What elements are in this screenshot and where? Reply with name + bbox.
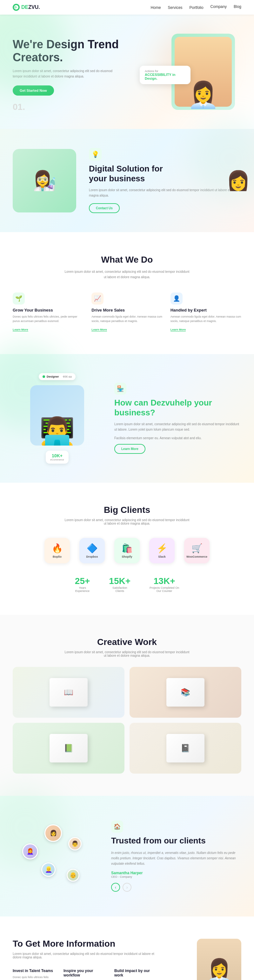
digital-icon: 💡 <box>89 148 102 161</box>
nav-item-portfolio[interactable]: Portfolio <box>189 5 203 10</box>
stat-years-num: 25+ <box>75 576 90 586</box>
portfolio-book-3: 📗 <box>49 734 87 762</box>
slack-icon: ⚡ <box>157 543 168 554</box>
quote-dot-1[interactable]: ‹ <box>111 883 120 892</box>
info-visual: 👩‍💼 <box>168 939 241 980</box>
slack-name: Slack <box>158 555 166 558</box>
dropbox-icon: 🔷 <box>87 543 98 554</box>
woocommerce-name: WooCommerce <box>186 555 207 558</box>
service-card-grow: 🌱 Grow Your Business Donec quis felis ul… <box>13 293 84 332</box>
creative-title: Creative Work <box>13 637 241 647</box>
avatar-3: 👱‍♀️ <box>41 862 56 877</box>
learn-more-expert[interactable]: Learn More <box>170 328 186 331</box>
digital-section: 👩‍🔬 💡 Digital Solution for your business… <box>0 129 254 232</box>
stat-clients-label1: Satisfaction <box>109 586 130 589</box>
client-slack: ⚡ Slack <box>149 538 175 563</box>
dezvu-icon: 🏪 <box>114 383 126 395</box>
hero-desc: Lorem ipsum dolor sit amet, consectetur … <box>13 68 121 79</box>
hero-card-small-text: Actions for <box>145 70 186 73</box>
reviewer-title: CEO - Company <box>111 875 241 878</box>
portfolio-item-1: 📖 <box>13 667 124 718</box>
dezvu-content: 🏪 How can Dezvuhelp your business? Lorem… <box>114 383 241 454</box>
reviewer-name: Samantha Harper <box>111 871 241 875</box>
service-title-sales: Drive More Sales <box>91 308 162 312</box>
dezvu-person-image: 👨‍💻 <box>30 385 84 445</box>
info-section: To Get More Information Lorem ipsum dolo… <box>0 916 254 980</box>
client-woocommerce: 🛒 WooCommerce <box>184 538 210 563</box>
service-card-sales: 📈 Drive More Sales Aenean commodo ligula… <box>91 293 162 332</box>
info-title: To Get More Information <box>13 939 159 949</box>
boplio-icon: 🔥 <box>52 543 63 554</box>
dezvu-badge: Designer €€€-aa <box>39 373 76 380</box>
avatar-4: 👴 <box>67 869 79 881</box>
clients-section: Big Clients Lorem ipsum dolor sit amet, … <box>0 483 254 615</box>
learn-more-sales[interactable]: Learn More <box>91 328 107 331</box>
dezvu-stat-num: 10K+ <box>50 453 64 458</box>
quote-navigation: ‹ › <box>111 883 241 892</box>
badge-green-dot <box>43 375 45 378</box>
info-card-workflow-title: Inspire you your workflow <box>64 969 108 977</box>
portfolio-grid: 📖 📚 📗 📓 <box>13 667 241 773</box>
nav-item-company[interactable]: Company <box>211 5 227 10</box>
nav-item-home[interactable]: Home <box>151 5 161 10</box>
logo[interactable]: D DEZVU. <box>13 4 40 11</box>
portfolio-book-icon-4: 📓 <box>181 744 190 752</box>
hero-cta-button[interactable]: Get Started Now <box>13 86 54 95</box>
dezvu-stat-pill: 10K+ eCommerce <box>46 450 68 464</box>
portfolio-book-4: 📓 <box>167 734 205 762</box>
nav-item-blog[interactable]: Blog <box>234 5 241 10</box>
dezvu-text2: Facilisis elementum semper eu. Aenean vu… <box>114 435 241 441</box>
trusted-section: 👩 👩‍🦰 👱‍♀️ 👴 👨 🏠 Trusted from our client… <box>0 796 254 916</box>
clients-logos: 🔥 Boplio 🔷 Dropbox 🛍️ Shopify ⚡ Slack 🛒 … <box>13 538 241 563</box>
dezvu-cta-button[interactable]: Learn More <box>114 444 145 454</box>
digital-cta-button[interactable]: Contact Us <box>89 203 120 213</box>
hero-card-title: ACCESSIBILITY in Design. <box>145 73 186 80</box>
trusted-content: 🏠 Trusted from our clients In enim justo… <box>111 821 241 892</box>
portfolio-book-icon-3: 📗 <box>64 744 73 752</box>
avatar-2: 👩‍🦰 <box>22 843 38 859</box>
avatar-cluster: 👩 👩‍🦰 👱‍♀️ 👴 👨 <box>13 818 95 894</box>
creative-desc: Lorem ipsum dolor sit amet, consectetur … <box>64 651 190 657</box>
client-dropbox: 🔷 Dropbox <box>79 538 105 563</box>
hero-visual: 👩‍💼 Actions for ACCESSIBILITY in Design. <box>140 33 241 116</box>
info-card-talent-title: Invest in Talent Teams <box>13 969 57 973</box>
logo-icon: D <box>13 4 20 11</box>
navbar: D DEZVU. Home Services Portfolio Company… <box>0 0 254 14</box>
avatar-5: 👨 <box>68 837 82 850</box>
portfolio-book-icon-1: 📖 <box>64 688 73 697</box>
quote-dot-2[interactable]: › <box>122 883 132 892</box>
digital-image: 👩‍🔬 <box>13 149 76 212</box>
client-boplio: 🔥 Boplio <box>44 538 70 563</box>
service-icon-grow: 🌱 <box>13 293 25 305</box>
portfolio-item-3: 📗 <box>13 723 124 773</box>
creative-section: Creative Work Lorem ipsum dolor sit amet… <box>0 615 254 796</box>
portfolio-item-4: 📓 <box>130 723 241 773</box>
service-text-sales: Aenean commodo ligula eget dolor. Aenean… <box>91 314 162 324</box>
portfolio-item-2: 📚 <box>130 667 241 718</box>
portfolio-book-2: 📚 <box>167 678 205 706</box>
info-person-image: 👩‍💼 <box>197 939 241 980</box>
avatar-1: 👩 <box>44 824 62 842</box>
info-card-workflow: Inspire you your workflow Aenean commodo… <box>64 969 108 980</box>
stat-years-label1: Years <box>75 586 90 589</box>
logo-text: DEZVU. <box>21 5 40 10</box>
stat-years: 25+ Years Experience <box>75 576 90 593</box>
service-title-grow: Grow Your Business <box>13 308 84 312</box>
portfolio-book-1: 📖 <box>49 678 87 706</box>
hero-number: 01. <box>13 102 121 112</box>
stat-clients-label2: Clients <box>109 589 130 593</box>
hero-title: We're Design Trend Creators. <box>13 38 121 64</box>
service-text-grow: Donec quis felis ultrices felis ultricie… <box>13 314 84 324</box>
clients-desc: Lorem ipsum dolor sit amet, consectetur … <box>64 518 190 525</box>
info-card-impact: Build impact by our work Aenean commodo … <box>114 969 159 980</box>
service-cards: 🌱 Grow Your Business Donec quis felis ul… <box>13 293 241 332</box>
service-icon-sales: 📈 <box>91 293 103 305</box>
digital-content: 💡 Digital Solution for your business Lor… <box>89 148 241 213</box>
info-content: To Get More Information Lorem ipsum dolo… <box>13 939 159 980</box>
trusted-icon: 🏠 <box>111 821 123 833</box>
learn-more-grow[interactable]: Learn More <box>13 328 28 331</box>
stat-projects-num: 13K+ <box>149 576 179 586</box>
nav-item-services[interactable]: Services <box>168 5 183 10</box>
dezvu-text1: Lorem ipsum dolor sit amet, consectetur … <box>114 422 241 432</box>
dezvu-section: Designer €€€-aa 👨‍💻 10K+ eCommerce 🏪 How… <box>0 354 254 483</box>
